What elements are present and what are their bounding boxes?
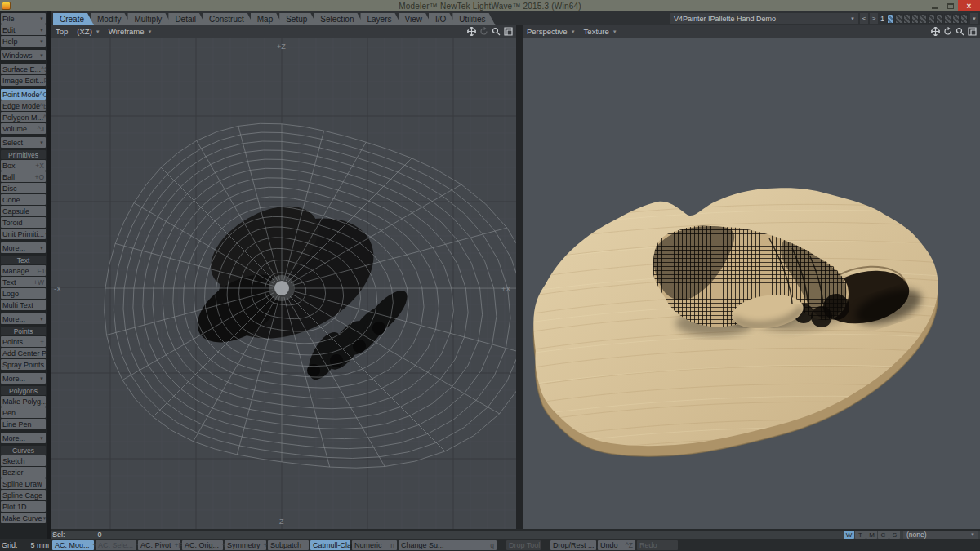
sidebar-item-box[interactable]: Box+X [1,160,46,171]
bottom-button-numeric[interactable]: Numericn [352,540,397,550]
tab-layers[interactable]: Layers [360,13,401,25]
sidebar-item-bezier[interactable]: Bezier [1,467,46,478]
layer-tile-10[interactable] [960,14,968,24]
bottom-button-symmetry[interactable]: Symmetry+Y [225,540,266,550]
mode-polygon-m[interactable]: Polygon M...^H [1,112,46,122]
rotate-icon[interactable] [942,27,952,37]
perspective-viewport[interactable] [523,38,980,529]
zoom-icon[interactable] [955,27,964,37]
visibility-button-w[interactable]: W [844,531,854,539]
sidebar-item-spline-draw[interactable]: Spline Draw [1,478,46,489]
sidebar-item-logo[interactable]: Logo [1,288,46,299]
bottom-button-ac-pivot[interactable]: AC: Pivot+F7 [138,540,180,550]
vertex-map-selector[interactable]: (none) ▼ [903,531,978,539]
sidebar-item-cone[interactable]: Cone [1,194,46,205]
tab-view[interactable]: View [399,13,433,25]
tab-construct[interactable]: Construct [203,13,254,25]
expand-icon[interactable] [967,27,977,37]
tab-detail[interactable]: Detail [168,13,206,25]
tab-i-o[interactable]: I/O [429,13,456,25]
sidebar-item-make-curve[interactable]: Make Curve▼ [1,513,46,523]
pan-icon[interactable] [466,27,476,37]
layer-tile-1[interactable] [887,14,894,24]
sidebar-item-disc[interactable]: Disc [1,183,46,193]
tab-selection[interactable]: Selection [314,13,363,25]
sidebar-item-spray-points[interactable]: Spray Points [1,359,46,370]
menu-file[interactable]: File▼ [1,13,46,24]
sidebar-item-points[interactable]: Points+ [1,336,46,347]
layer-tile-5[interactable] [920,14,927,24]
menu-edit[interactable]: Edit▼ [1,24,46,35]
layer-tile-6[interactable] [928,14,935,24]
layer-tile-9[interactable] [952,14,960,24]
layer-tile-4[interactable] [911,14,919,24]
sidebar-item-surface-e[interactable]: Surface E...^S [1,64,46,74]
sidebar-item-capsule[interactable]: Capsule [1,206,46,216]
bottom-button-undo[interactable]: Undo^Z [598,540,635,550]
sidebar-item-spline-cage[interactable]: Spline Cage [1,490,46,500]
bottom-button-subpatch[interactable]: Subpatch [268,540,309,550]
bottom-button-change-su[interactable]: Change Su...q [399,540,497,550]
view-type-dropdown-right[interactable]: Perspective ▼ [523,27,580,36]
prev-layer-button[interactable]: < [860,13,868,24]
tab-modify[interactable]: Modify [91,13,131,25]
rotate-icon[interactable] [479,27,488,37]
layer-tile-7[interactable] [936,14,943,24]
sidebar-item-pen[interactable]: Pen [1,407,46,418]
mode-point-mode[interactable]: Point Mode^G [1,89,46,100]
zoom-icon[interactable] [491,27,501,37]
layer-dropdown-button[interactable]: ▼ [970,13,978,24]
view-type-label-left[interactable]: Top [51,27,73,36]
visibility-button-t[interactable]: T [855,531,866,539]
bottom-button-drop-rest[interactable]: Drop/Rest .../ [550,540,596,550]
mode-edge-mode[interactable]: Edge Mode^E [1,100,46,111]
sidebar-item-sketch[interactable]: Sketch [1,455,46,466]
expand-icon[interactable] [503,27,513,37]
layer-tile-3[interactable] [903,14,911,24]
tab-multiply[interactable]: Multiply [127,13,172,25]
menu-help[interactable]: Help▼ [1,36,46,47]
top-viewport[interactable]: +Z-Z-X+X [51,38,516,529]
sidebar-item-text[interactable]: Text+W [1,277,46,287]
visibility-button-c[interactable]: C [878,531,889,539]
tab-utilities[interactable]: Utilities [452,13,495,25]
more-button-polygons[interactable]: More...▼ [1,433,46,443]
sidebar-item-make-polyg[interactable]: Make Polyg...p [1,396,46,407]
sidebar-item-multi-text[interactable]: Multi Text [1,300,46,310]
sidebar-item-image-edit[interactable]: Image Edit...F8 [1,75,46,86]
bottom-button-catmull-clark[interactable]: Catmull-Clark [310,540,350,550]
top-viewport-canvas[interactable]: +Z-Z-X+X [51,38,516,529]
layer-tile-2[interactable] [895,14,902,24]
sidebar-item-add-center-p[interactable]: Add Center P... [1,348,46,358]
axis-plane-dropdown[interactable]: (XZ) ▼ [73,27,104,36]
more-button-primitives[interactable]: More...▼ [1,242,46,253]
render-mode-dropdown-left[interactable]: Wireframe ▼ [105,27,183,36]
next-layer-button[interactable]: > [870,13,878,24]
mode-volume[interactable]: Volume^J [1,123,46,134]
viewport-divider[interactable] [516,38,523,529]
more-button-points[interactable]: More...▼ [1,373,46,384]
tab-map[interactable]: Map [251,13,283,25]
bottom-button-ac-mou[interactable]: AC: Mou...+F5 [52,540,94,550]
layer-tile-8[interactable] [944,14,951,24]
preset-dropdown[interactable]: V4Painter IPallette Hand Demo ▼ [670,13,858,24]
bottom-button-redo[interactable]: Redo [637,540,678,550]
sidebar-item-unit-primiti[interactable]: Unit Primiti...▼ [1,229,46,239]
tab-create[interactable]: Create [53,13,94,25]
visibility-button-m[interactable]: M [866,531,877,539]
menu-windows[interactable]: Windows▼ [1,50,46,60]
bottom-button-ac-sele[interactable]: AC: Sele...+F8 [96,540,136,550]
menu-select[interactable]: Select▼ [1,137,46,148]
tab-setup[interactable]: Setup [279,13,317,25]
pan-icon[interactable] [930,27,940,37]
visibility-button-s[interactable]: S [889,531,900,539]
sidebar-item-line-pen[interactable]: Line Pen [1,419,46,429]
sidebar-item-ball[interactable]: Ball+O [1,171,46,182]
bottom-button-drop-tool[interactable]: Drop Tool [506,540,541,550]
sidebar-item-manage[interactable]: Manage ...F10 [1,265,46,276]
more-button-text[interactable]: More...▼ [1,313,46,324]
render-mode-dropdown-right[interactable]: Texture ▼ [580,27,658,36]
bottom-button-ac-orig[interactable]: AC: Orig...+F6 [182,540,223,550]
sidebar-item-plot-1d[interactable]: Plot 1D [1,501,46,512]
sidebar-item-toroid[interactable]: Toroid [1,217,46,228]
